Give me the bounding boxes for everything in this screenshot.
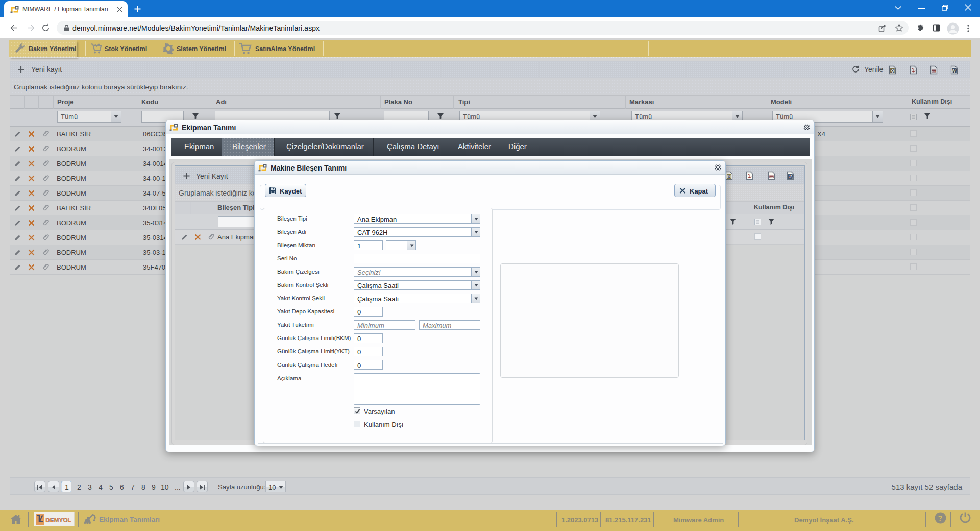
svg-text:W: W xyxy=(789,174,793,179)
svg-text:X: X xyxy=(728,174,731,179)
svg-text:csv: csv xyxy=(770,176,774,178)
svg-text:?: ? xyxy=(938,514,942,522)
svg-text:csv: csv xyxy=(932,70,936,73)
svg-text:X: X xyxy=(891,68,894,74)
svg-text:W: W xyxy=(952,68,957,74)
